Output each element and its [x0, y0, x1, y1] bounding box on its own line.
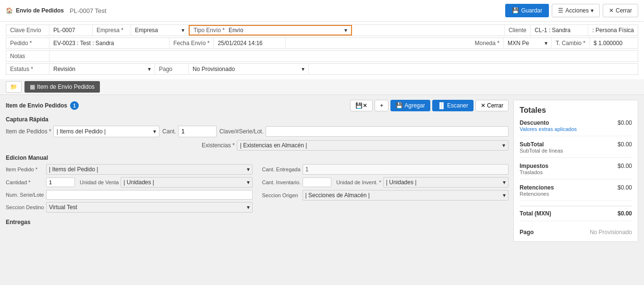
retenciones-value: $0.00: [618, 184, 632, 191]
moneda-label: Moneda *: [475, 40, 499, 47]
agregar-button[interactable]: 💾 Agregar: [390, 100, 430, 111]
pago-select[interactable]: No Provisionado ▾: [189, 64, 309, 74]
clave-envio-value-cell: PL-0007: [49, 25, 93, 36]
header-actions: 💾 Guardar ☰ Acciones ▾ ✕ Cerrar: [505, 4, 638, 17]
cant-group: Cant.: [162, 126, 217, 137]
chevron-down-icon: ▾: [247, 166, 250, 173]
cant-input[interactable]: [178, 126, 217, 137]
cant-entregada-value: 1: [303, 164, 509, 175]
tipo-envio-select[interactable]: Envío ▾: [229, 27, 347, 34]
cantidad-input[interactable]: [46, 178, 75, 187]
cant-entregada-row: Cant. Entregada 1: [262, 164, 509, 175]
cerrar-header-button[interactable]: ✕ Cerrar: [603, 4, 638, 17]
pago-select-inner[interactable]: No Provisionado ▾: [193, 66, 304, 72]
total-value: $0.00: [618, 210, 632, 217]
guardar-button[interactable]: 💾 Guardar: [505, 4, 549, 17]
impuestos-row: Impuestos Traslados $0.00: [520, 163, 632, 179]
spacer-cell: [352, 25, 505, 36]
seccion-destino-select[interactable]: Virtual Test ▾: [46, 202, 253, 213]
app-subtitle: PL-0007 Test: [70, 7, 106, 14]
pedido-label-cell: Pedido *: [6, 38, 49, 48]
acciones-button[interactable]: ☰ Acciones ▾: [552, 4, 600, 17]
estatus-select[interactable]: Revisión ▾: [49, 64, 155, 74]
unidad-venta-select[interactable]: | Unidades | ▾: [121, 177, 252, 188]
folder-icon: 📁: [10, 83, 17, 90]
clave-series-input[interactable]: [266, 126, 509, 137]
add-row-button[interactable]: +: [375, 100, 389, 111]
empresa-select-inner[interactable]: Empresa ▾: [135, 27, 184, 34]
clave-series-label: Clave/#Serie/Lot.: [219, 128, 264, 135]
totals-sidebar: Totales Descuento Valores extras aplicad…: [513, 100, 638, 242]
descuento-label: Descuento: [520, 119, 577, 126]
app-title: Envío de Pedidos: [16, 7, 64, 14]
header-left: 🏠 Envío de Pedidos PL-0007 Test: [6, 7, 106, 14]
save-small-icon: 💾✕: [355, 102, 367, 109]
notas-input[interactable]: [53, 53, 634, 59]
chevron-down-icon: ▾: [247, 204, 250, 211]
moneda-select-inner[interactable]: MXN Pe ▾: [508, 40, 547, 47]
agregar-icon: 💾: [396, 102, 403, 109]
notas-label-cell: Notas: [6, 51, 49, 61]
pago-total-value: No Provisionado: [590, 229, 632, 236]
num-serie-row: Num. Serie/Lote: [6, 190, 253, 200]
edicion-manual-grid: Item Pedido * | Items del Pedido | ▾ Can…: [6, 164, 509, 215]
estatus-select-inner[interactable]: Revisión ▾: [53, 66, 151, 72]
empresa-label: Empresa *: [97, 27, 123, 34]
cliente-label-cell: Cliente: [505, 25, 531, 36]
cerrar-section-button[interactable]: ✕ Cerrar: [475, 100, 509, 111]
tipo-envio-group: Tipo Envío * Envío ▾: [189, 25, 352, 36]
descuento-value: $0.00: [618, 119, 632, 126]
spacer3: [309, 64, 638, 74]
add-icon: +: [380, 102, 383, 109]
seccion-origen-select[interactable]: | Secciones de Almacén | ▾: [303, 190, 509, 201]
existencias-row: Existencias * | Existencias en Almacén |…: [6, 140, 509, 151]
item-pedidos-label: Item de Pedidos *: [6, 128, 51, 135]
tcambio-label-cell: T. Cambio *: [552, 38, 590, 48]
retenciones-sub: Retenciones: [520, 191, 554, 197]
captura-rapida-row: Item de Pedidos * | Items del Pedido | ▾…: [6, 126, 509, 137]
retenciones-row: Retenciones Retenciones $0.00: [520, 184, 632, 201]
main-container: Item de Envio Pedidos 1 💾✕ + 💾 Agregar ▐…: [0, 95, 644, 247]
notas-value-cell[interactable]: [49, 51, 638, 61]
chevron-down-icon: ▾: [153, 128, 156, 135]
cliente-label: Cliente: [509, 27, 526, 34]
num-serie-input[interactable]: [46, 190, 253, 200]
app-logo: 🏠 Envío de Pedidos: [6, 7, 64, 14]
notas-label: Notas: [10, 53, 25, 59]
fecha-envio-label: Fecha Envío *: [173, 40, 209, 47]
existencias-select[interactable]: | Existencias en Almacén | ▾: [237, 140, 509, 151]
moneda-label-cell: Moneda *: [471, 38, 504, 48]
close-icon: ✕: [609, 7, 614, 14]
edicion-right: Cant. Entregada 1 Cant. Inventario. Unid…: [262, 164, 509, 215]
descuento-sub[interactable]: Valores extras aplicados: [520, 126, 577, 132]
cliente-value-cell: CL-1 : Sandra: [531, 25, 588, 36]
chevron-down-icon: ▾: [344, 27, 347, 34]
unidad-inventario-select[interactable]: | Unidades | ▾: [383, 177, 509, 188]
cant-inventario-input[interactable]: [303, 178, 331, 187]
pago-label-cell: Pago: [155, 64, 189, 74]
tcambio-value-cell: $ 1.000000: [590, 38, 638, 48]
pago-label: Pago: [159, 66, 172, 72]
empresa-select[interactable]: Empresa ▾: [131, 25, 189, 36]
tabs-bar: 📁 ▦ Item de Envio Pedidos: [0, 79, 644, 95]
descuento-row: Descuento Valores extras aplicados $0.00: [520, 119, 632, 136]
item-pedido-select[interactable]: | Items del Pedido | ▾: [46, 164, 253, 175]
moneda-select[interactable]: MXN Pe ▾: [504, 38, 552, 48]
item-pedido-row: Item Pedido * | Items del Pedido | ▾: [6, 164, 253, 175]
cantidad-row: Cantidad * Unidad de Venta | Unidades | …: [6, 177, 253, 188]
seccion-origen-row: Seccion Origen | Secciones de Almacén | …: [262, 190, 509, 201]
tab-folder[interactable]: 📁: [6, 81, 22, 93]
item-pedidos-select[interactable]: | Items del Pedido | ▾: [53, 126, 159, 137]
chevron-down-icon: ▾: [502, 142, 505, 149]
save-discard-button[interactable]: 💾✕: [350, 100, 373, 111]
retenciones-left: Retenciones Retenciones: [520, 184, 554, 197]
cliente-type-cell: : Persona Física: [588, 25, 638, 36]
escaner-button[interactable]: ▐▌ Escaner: [432, 100, 474, 111]
cant-label: Cant.: [162, 128, 176, 135]
impuestos-left: Impuestos Traslados: [520, 163, 548, 175]
chevron-down-icon: ▾: [247, 179, 250, 186]
descuento-left: Descuento Valores extras aplicados: [520, 119, 577, 132]
impuestos-label: Impuestos: [520, 163, 548, 169]
tab-items[interactable]: ▦ Item de Envio Pedidos: [24, 81, 100, 93]
edicion-manual-title: Edicion Manual: [6, 154, 509, 161]
